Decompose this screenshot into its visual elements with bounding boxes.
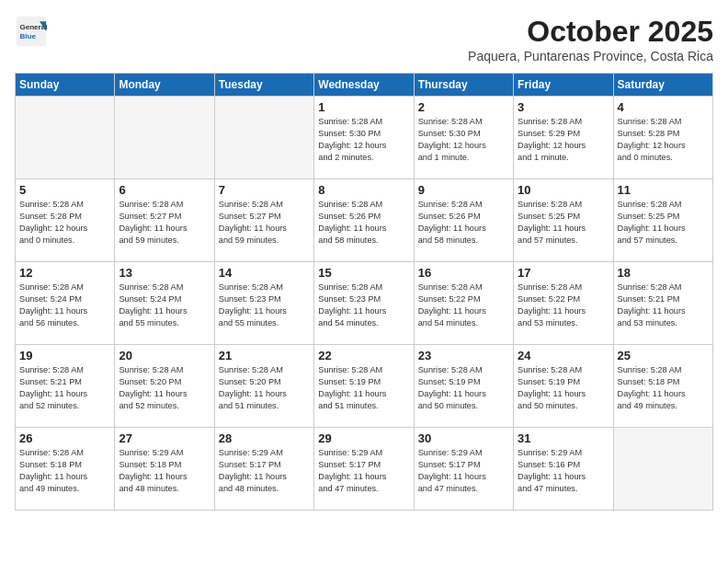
day-number: 4	[618, 100, 709, 114]
day-number: 28	[219, 431, 310, 445]
cell-info: Sunrise: 5:28 AM Sunset: 5:27 PM Dayligh…	[219, 199, 310, 247]
day-number: 31	[518, 431, 609, 445]
day-number: 15	[318, 266, 409, 280]
calendar-header-sunday: Sunday	[16, 74, 115, 97]
cell-info: Sunrise: 5:28 AM Sunset: 5:18 PM Dayligh…	[618, 364, 709, 412]
calendar-cell: 10Sunrise: 5:28 AM Sunset: 5:25 PM Dayli…	[514, 179, 613, 262]
calendar-cell: 11Sunrise: 5:28 AM Sunset: 5:25 PM Dayli…	[613, 179, 712, 262]
calendar-cell: 24Sunrise: 5:28 AM Sunset: 5:19 PM Dayli…	[514, 345, 613, 428]
calendar-week-1: 1Sunrise: 5:28 AM Sunset: 5:30 PM Daylig…	[16, 97, 713, 179]
calendar-header-tuesday: Tuesday	[214, 74, 313, 97]
day-number: 3	[518, 100, 609, 114]
calendar-cell: 4Sunrise: 5:28 AM Sunset: 5:28 PM Daylig…	[613, 97, 712, 179]
day-number: 27	[119, 431, 210, 445]
day-number: 17	[518, 266, 609, 280]
header: General Blue October 2025 Paquera, Punta…	[15, 15, 713, 63]
cell-info: Sunrise: 5:28 AM Sunset: 5:24 PM Dayligh…	[19, 282, 110, 329]
calendar-header-friday: Friday	[514, 74, 613, 97]
day-number: 20	[119, 349, 210, 362]
calendar-cell: 12Sunrise: 5:28 AM Sunset: 5:24 PM Dayli…	[16, 262, 115, 345]
calendar-cell	[16, 97, 115, 179]
calendar-cell: 25Sunrise: 5:28 AM Sunset: 5:18 PM Dayli…	[613, 345, 712, 428]
calendar-header-saturday: Saturday	[613, 74, 712, 97]
cell-info: Sunrise: 5:28 AM Sunset: 5:27 PM Dayligh…	[119, 199, 210, 247]
cell-info: Sunrise: 5:28 AM Sunset: 5:19 PM Dayligh…	[418, 364, 509, 412]
calendar-cell: 22Sunrise: 5:28 AM Sunset: 5:19 PM Dayli…	[314, 345, 414, 428]
cell-info: Sunrise: 5:29 AM Sunset: 5:17 PM Dayligh…	[219, 447, 310, 495]
calendar-cell	[115, 97, 214, 179]
calendar-cell: 5Sunrise: 5:28 AM Sunset: 5:28 PM Daylig…	[16, 179, 115, 262]
day-number: 12	[19, 266, 110, 280]
calendar-cell: 21Sunrise: 5:28 AM Sunset: 5:20 PM Dayli…	[214, 345, 313, 428]
day-number: 13	[119, 266, 210, 280]
calendar-cell: 27Sunrise: 5:29 AM Sunset: 5:18 PM Dayli…	[115, 428, 214, 511]
cell-info: Sunrise: 5:29 AM Sunset: 5:17 PM Dayligh…	[418, 447, 509, 495]
month-title: October 2025	[468, 15, 713, 49]
calendar-cell: 3Sunrise: 5:28 AM Sunset: 5:29 PM Daylig…	[514, 97, 613, 179]
day-number: 6	[119, 183, 210, 197]
cell-info: Sunrise: 5:28 AM Sunset: 5:19 PM Dayligh…	[318, 364, 409, 412]
calendar-week-3: 12Sunrise: 5:28 AM Sunset: 5:24 PM Dayli…	[16, 262, 713, 345]
cell-info: Sunrise: 5:28 AM Sunset: 5:24 PM Dayligh…	[119, 282, 210, 329]
calendar-header-monday: Monday	[115, 74, 214, 97]
calendar-week-4: 19Sunrise: 5:28 AM Sunset: 5:21 PM Dayli…	[16, 345, 713, 428]
day-number: 30	[418, 431, 509, 445]
cell-info: Sunrise: 5:28 AM Sunset: 5:23 PM Dayligh…	[219, 282, 310, 329]
cell-info: Sunrise: 5:28 AM Sunset: 5:22 PM Dayligh…	[418, 282, 509, 329]
cell-info: Sunrise: 5:29 AM Sunset: 5:18 PM Dayligh…	[119, 447, 210, 495]
cell-info: Sunrise: 5:28 AM Sunset: 5:26 PM Dayligh…	[418, 199, 509, 247]
day-number: 26	[19, 431, 110, 445]
calendar-header-thursday: Thursday	[414, 74, 513, 97]
day-number: 7	[219, 183, 310, 197]
day-number: 2	[418, 100, 509, 114]
logo: General Blue	[15, 15, 51, 48]
cell-info: Sunrise: 5:28 AM Sunset: 5:18 PM Dayligh…	[19, 447, 110, 495]
day-number: 25	[618, 349, 709, 362]
calendar-cell: 23Sunrise: 5:28 AM Sunset: 5:19 PM Dayli…	[414, 345, 513, 428]
calendar-cell: 16Sunrise: 5:28 AM Sunset: 5:22 PM Dayli…	[414, 262, 513, 345]
calendar-week-2: 5Sunrise: 5:28 AM Sunset: 5:28 PM Daylig…	[16, 179, 713, 262]
cell-info: Sunrise: 5:28 AM Sunset: 5:20 PM Dayligh…	[119, 364, 210, 412]
calendar-cell: 30Sunrise: 5:29 AM Sunset: 5:17 PM Dayli…	[414, 428, 513, 511]
day-number: 19	[19, 349, 110, 362]
location-title: Paquera, Puntarenas Province, Costa Rica	[468, 49, 713, 63]
calendar-cell: 17Sunrise: 5:28 AM Sunset: 5:22 PM Dayli…	[514, 262, 613, 345]
calendar-cell: 13Sunrise: 5:28 AM Sunset: 5:24 PM Dayli…	[115, 262, 214, 345]
calendar-table: SundayMondayTuesdayWednesdayThursdayFrid…	[15, 73, 713, 511]
cell-info: Sunrise: 5:28 AM Sunset: 5:19 PM Dayligh…	[518, 364, 609, 412]
cell-info: Sunrise: 5:28 AM Sunset: 5:25 PM Dayligh…	[618, 199, 709, 247]
calendar-cell: 29Sunrise: 5:29 AM Sunset: 5:17 PM Dayli…	[314, 428, 414, 511]
day-number: 22	[318, 349, 409, 362]
day-number: 29	[318, 431, 409, 445]
calendar-cell: 7Sunrise: 5:28 AM Sunset: 5:27 PM Daylig…	[214, 179, 313, 262]
cell-info: Sunrise: 5:28 AM Sunset: 5:30 PM Dayligh…	[318, 116, 409, 164]
calendar-cell: 14Sunrise: 5:28 AM Sunset: 5:23 PM Dayli…	[214, 262, 313, 345]
cell-info: Sunrise: 5:29 AM Sunset: 5:16 PM Dayligh…	[518, 447, 609, 495]
calendar-cell: 1Sunrise: 5:28 AM Sunset: 5:30 PM Daylig…	[314, 97, 414, 179]
calendar-cell: 8Sunrise: 5:28 AM Sunset: 5:26 PM Daylig…	[314, 179, 414, 262]
calendar-cell: 31Sunrise: 5:29 AM Sunset: 5:16 PM Dayli…	[514, 428, 613, 511]
day-number: 14	[219, 266, 310, 280]
day-number: 9	[418, 183, 509, 197]
day-number: 10	[518, 183, 609, 197]
calendar-header-row: SundayMondayTuesdayWednesdayThursdayFrid…	[16, 74, 713, 97]
calendar-header-wednesday: Wednesday	[314, 74, 414, 97]
day-number: 11	[618, 183, 709, 197]
calendar-cell	[613, 428, 712, 511]
logo-icon: General Blue	[15, 15, 48, 48]
calendar-cell: 15Sunrise: 5:28 AM Sunset: 5:23 PM Dayli…	[314, 262, 414, 345]
calendar-cell: 28Sunrise: 5:29 AM Sunset: 5:17 PM Dayli…	[214, 428, 313, 511]
calendar-cell: 2Sunrise: 5:28 AM Sunset: 5:30 PM Daylig…	[414, 97, 513, 179]
svg-text:Blue: Blue	[19, 32, 36, 40]
title-area: October 2025 Paquera, Puntarenas Provinc…	[468, 15, 713, 63]
cell-info: Sunrise: 5:28 AM Sunset: 5:20 PM Dayligh…	[219, 364, 310, 412]
calendar-cell	[214, 97, 313, 179]
cell-info: Sunrise: 5:28 AM Sunset: 5:21 PM Dayligh…	[618, 282, 709, 329]
cell-info: Sunrise: 5:29 AM Sunset: 5:17 PM Dayligh…	[318, 447, 409, 495]
day-number: 5	[19, 183, 110, 197]
cell-info: Sunrise: 5:28 AM Sunset: 5:26 PM Dayligh…	[318, 199, 409, 247]
day-number: 24	[518, 349, 609, 362]
cell-info: Sunrise: 5:28 AM Sunset: 5:22 PM Dayligh…	[518, 282, 609, 329]
day-number: 16	[418, 266, 509, 280]
cell-info: Sunrise: 5:28 AM Sunset: 5:28 PM Dayligh…	[618, 116, 709, 164]
